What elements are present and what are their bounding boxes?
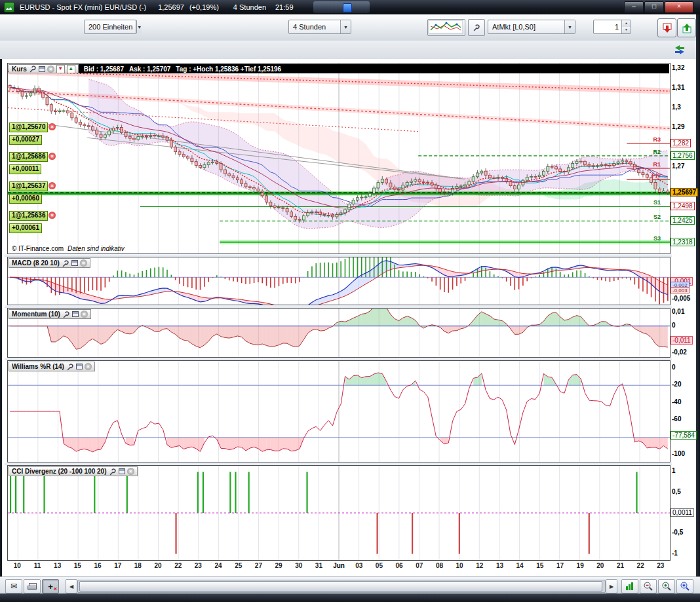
close-position-icon[interactable]: × [49,182,56,189]
window-icon[interactable] [39,66,45,72]
axis-label: 0 [671,322,677,330]
close-button[interactable]: × [665,1,693,13]
x-axis-label: 17 [107,562,128,574]
axis-label: -0,003 [671,287,690,293]
units-select[interactable]: 200 Einheiten ▼ [84,20,136,34]
close-position-icon[interactable]: × [49,153,56,160]
panel-cci: CCI Divergenz (20 -100 100 20) × [7,465,671,561]
x-axis-label: 24 [208,562,229,574]
window-icon[interactable] [76,364,83,369]
buy-button[interactable] [677,18,696,37]
sell-quick-icon[interactable]: ▼ [56,65,65,73]
timeframe-select[interactable]: 4 Stunden ▼ [288,20,351,34]
kurs-chart[interactable]: R3R2R1PivS1S2S3 [8,64,670,254]
close-icon[interactable]: × [127,468,134,475]
window-title: EURUSD - Spot FX (mini) EUR/USD (-) [20,3,146,11]
wrench-icon [473,24,480,31]
window-icon[interactable] [71,260,78,266]
main-toolbar: 200 Einheiten ▼ 4 Stunden ▼ AtMkt [L0,S0… [0,14,700,41]
wrench-icon[interactable] [62,310,70,318]
position-pnl-badge: +0,00027 [9,135,42,145]
chart-style-button[interactable] [427,19,465,36]
cci-chart[interactable] [8,466,670,560]
x-axis-label: 23 [188,562,208,574]
scrollbar-track[interactable] [77,580,606,593]
zoom-in-button[interactable] [658,579,675,593]
price-axis[interactable]: 1,321,311,31,291,2821,27561,271,256971,2… [670,59,698,563]
x-axis-label: 18 [128,562,148,574]
x-axis-label: 20 [148,562,168,574]
titlebar[interactable]: EURUSD - Spot FX (mini) EUR/USD (-) 1,25… [0,0,700,14]
window-icon[interactable] [119,468,125,474]
scroll-left-button[interactable]: ◀ [66,579,77,593]
sell-button[interactable] [657,18,676,37]
close-icon[interactable]: × [47,66,54,73]
axis-label: 1,29 [671,123,686,132]
williams-chart[interactable] [8,361,670,462]
title-price: 1,25697 [158,3,184,11]
position-badge[interactable]: 1@1,25637 [9,181,48,191]
axis-label: -60 [671,415,682,424]
quantity-down-button[interactable]: ▼ [622,27,631,33]
axis-label: 0,01 [671,308,686,316]
close-icon[interactable]: × [85,363,92,370]
svg-text:S1: S1 [653,199,661,206]
close-position-icon[interactable]: × [49,123,56,130]
quantity-up-button[interactable]: ▲ [622,20,631,27]
x-axis-label: 27 [248,562,269,574]
close-icon[interactable]: × [81,310,88,318]
panel-momentum: Momentum (10) × [7,308,671,358]
x-axis-label: 03 [349,562,369,574]
x-axis-label: 08 [429,562,450,574]
buy-quick-icon[interactable]: ▲ [67,65,75,73]
crosshair-toggle-button[interactable]: + × [42,579,59,593]
email-button[interactable]: ✉ [5,579,22,593]
wrench-icon[interactable] [109,468,117,476]
axis-label: 1,282 [671,139,691,147]
zoom-select-button[interactable] [676,579,693,593]
axis-label: 0 [671,364,677,372]
x-axis-label: 25 [228,562,248,574]
title-time: 21:59 [275,3,294,11]
wrench-icon[interactable] [29,65,37,73]
maximize-button[interactable]: □ [644,1,664,13]
axis-label: -77,584 [671,431,697,440]
axis-label: -0,02 [671,348,688,357]
properties-button[interactable] [468,19,485,36]
position-badge[interactable]: 1@1,25686 [9,152,48,162]
time-axis[interactable]: 10111315161718202223242527293031Jun03050… [7,562,671,574]
fit-chart-button[interactable] [621,579,638,593]
print-button[interactable] [24,579,41,593]
axis-label: 0,0011 [671,508,694,517]
svg-text:R1: R1 [653,161,661,168]
x-axis-label: 22 [168,562,188,574]
svg-text:S2: S2 [653,214,661,220]
link-charts-icon[interactable] [674,44,686,56]
momentum-chart[interactable] [8,309,670,357]
zoom-out-button[interactable] [640,579,657,593]
scroll-right-button[interactable]: ▶ [606,579,617,593]
printer-icon [28,583,37,590]
position-badge[interactable]: 1@1,25636 [9,211,48,221]
window-icon[interactable] [72,311,79,317]
position-pnl-badge: +0,00011 [9,164,41,174]
x-axis-label: 11 [28,562,48,574]
close-icon[interactable]: × [80,259,87,267]
app-icon [4,2,14,12]
x-axis-label: 15 [68,562,88,574]
quantity-input[interactable]: 1 ▲ ▼ [593,20,631,34]
minimize-button[interactable]: – [624,1,644,13]
svg-text:S3: S3 [653,235,661,242]
momentum-title: Momentum (10) [12,310,60,318]
x-axis-label: 23 [651,562,671,574]
wrench-icon[interactable] [62,259,69,267]
order-type-select[interactable]: AtMkt [L0,S0] ▼ [488,20,575,34]
axis-label: -0,5 [671,529,684,537]
close-position-icon[interactable]: × [49,212,56,219]
chevron-down-icon: ▼ [136,20,142,33]
position-badge[interactable]: 1@1,25670 [9,122,48,132]
x-axis-label: 13 [490,562,510,574]
wrench-icon[interactable] [66,363,74,371]
macd-chart[interactable] [8,257,670,305]
scrollbar-thumb[interactable] [79,581,602,592]
